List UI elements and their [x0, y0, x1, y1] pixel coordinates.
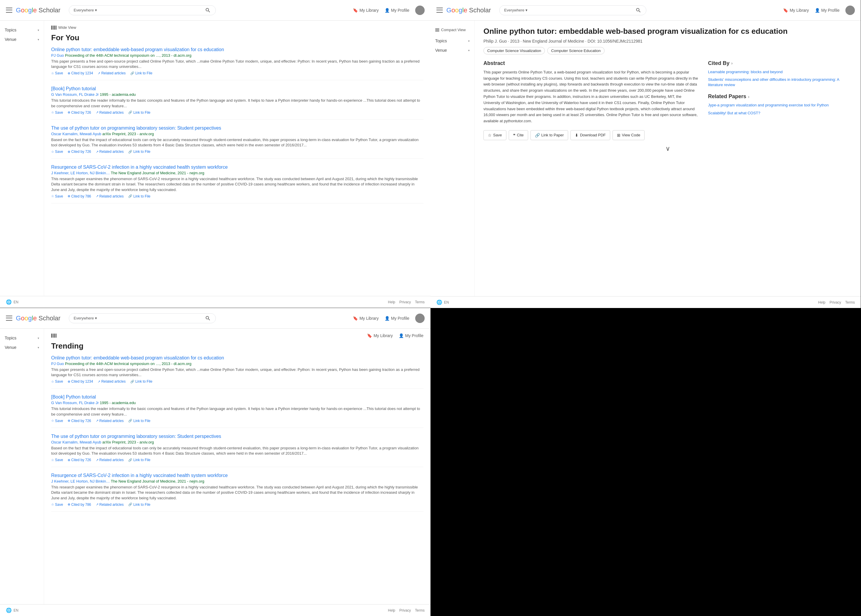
hamburger-menu[interactable]	[6, 7, 13, 14]
sidebar-item-venue[interactable]: Venue ▾	[3, 343, 41, 352]
search-input[interactable]	[99, 316, 203, 321]
terms-link[interactable]: Terms	[415, 608, 425, 613]
avatar[interactable]	[415, 6, 425, 15]
link-action[interactable]: 🔗Link to File	[128, 149, 150, 154]
expand-more-button[interactable]: ∨	[483, 145, 852, 152]
cited-by-action[interactable]: ⊕Cited by 1234	[68, 71, 93, 75]
save-action[interactable]: ☆Save	[51, 458, 63, 462]
save-action[interactable]: ☆Save	[51, 379, 63, 383]
cite-button[interactable]: ❝ Cite	[509, 130, 528, 140]
view-toggle[interactable]: Wide View	[51, 25, 76, 30]
sidebar-item-topics[interactable]: Topics ▾	[433, 36, 471, 46]
terms-link[interactable]: Terms	[845, 300, 855, 305]
search-input[interactable]	[530, 8, 633, 13]
cited-by-action[interactable]: ⊕Cited by 786	[68, 503, 91, 507]
privacy-link[interactable]: Privacy	[399, 608, 411, 613]
cited-link[interactable]: Students' misconceptions and other diffi…	[708, 77, 852, 88]
cited-by-action[interactable]: ⊕Cited by 786	[68, 194, 91, 198]
search-bar[interactable]: Everywhere ▾	[69, 5, 216, 15]
sidebar-item-venue[interactable]: Venue ▾	[433, 46, 471, 55]
link-to-paper-button[interactable]: 🔗 Link to Paper	[530, 130, 568, 140]
link-action[interactable]: 🔗Link to File	[128, 110, 150, 115]
save-action[interactable]: ☆Save	[51, 71, 63, 75]
link-action[interactable]: 🔗Link to File	[128, 419, 150, 423]
related-link[interactable]: Jype-a program visualization and program…	[708, 102, 852, 108]
related-action[interactable]: ↗Related articles	[96, 149, 124, 154]
link-action[interactable]: 🔗Link to File	[128, 194, 150, 198]
save-action[interactable]: ☆Save	[51, 110, 63, 115]
related-action[interactable]: ↗Related articles	[96, 110, 124, 115]
my-profile-link[interactable]: 👤 My Profile	[385, 8, 409, 13]
search-bar[interactable]: Everywhere ▾	[69, 313, 216, 323]
related-action[interactable]: ↗Related articles	[96, 194, 124, 198]
search-icon[interactable]	[636, 7, 641, 13]
download-pdf-button[interactable]: ⬇ Download PDF	[570, 130, 610, 140]
my-library-link[interactable]: 🔖 My Library	[353, 8, 378, 13]
cited-by-action[interactable]: ⊕Cited by 726	[68, 110, 91, 115]
footer-lang[interactable]: EN	[444, 300, 449, 305]
save-button[interactable]: ☆ Save	[483, 130, 506, 140]
related-papers-title[interactable]: Related Papers ›	[708, 93, 852, 100]
paper-title[interactable]: The use of python tutor on programming l…	[51, 434, 423, 439]
cited-by-action[interactable]: ⊕Cited by 726	[68, 458, 91, 462]
paper-title[interactable]: Online python tutor: embeddable web-base…	[51, 355, 423, 361]
avatar[interactable]	[415, 314, 425, 323]
compact-view-toggle[interactable]: Compact View	[433, 25, 471, 35]
hamburger-menu[interactable]	[436, 7, 443, 14]
cited-by-action[interactable]: ⊕Cited by 1234	[68, 379, 93, 383]
search-input[interactable]	[99, 8, 203, 13]
my-profile-link[interactable]: 👤 My Profile	[399, 333, 423, 338]
search-everywhere[interactable]: Everywhere ▾	[74, 316, 97, 321]
paper-title[interactable]: Resurgence of SARS-CoV-2 infection in a …	[51, 473, 423, 478]
my-library-link[interactable]: 🔖 My Library	[367, 333, 393, 338]
cited-by-action[interactable]: ⊕Cited by 726	[68, 419, 91, 423]
search-icon[interactable]	[205, 7, 211, 13]
save-action[interactable]: ☆Save	[51, 419, 63, 423]
search-bar[interactable]: Everywhere ▾	[499, 5, 646, 15]
detail-tag[interactable]: Computer Science Education	[547, 47, 604, 54]
my-library-link[interactable]: 🔖 My Library	[783, 8, 809, 13]
my-library-link[interactable]: 🔖 My Library	[353, 316, 378, 321]
logo[interactable]: Google Scholar	[446, 6, 491, 14]
related-action[interactable]: ↗Related articles	[96, 458, 124, 462]
footer-lang[interactable]: EN	[14, 300, 19, 304]
avatar[interactable]	[845, 6, 855, 15]
related-action[interactable]: ↗Related articles	[96, 503, 124, 507]
cited-link[interactable]: Learnable programming: blocks and beyond	[708, 69, 852, 75]
related-action[interactable]: ↗Related articles	[98, 379, 126, 383]
related-action[interactable]: ↗Related articles	[98, 71, 126, 75]
paper-title[interactable]: Resurgence of SARS-CoV-2 infection in a …	[51, 165, 423, 170]
search-everywhere[interactable]: Everywhere ▾	[504, 8, 527, 13]
cited-by-action[interactable]: ⊕Cited by 726	[68, 149, 91, 154]
related-link[interactable]: Scalability! But at what COST?	[708, 110, 852, 116]
help-link[interactable]: Help	[388, 300, 395, 304]
sidebar-item-venue[interactable]: Venue ▾	[3, 35, 41, 44]
save-action[interactable]: ☆Save	[51, 149, 63, 154]
logo[interactable]: Google Scholar	[16, 314, 61, 322]
footer-lang[interactable]: EN	[14, 608, 19, 613]
my-profile-link[interactable]: 👤 My Profile	[385, 316, 409, 321]
my-profile-link[interactable]: 👤 My Profile	[815, 8, 839, 13]
view-code-button[interactable]: ⊞ View Code	[612, 130, 645, 140]
link-action[interactable]: 🔗Link to File	[130, 71, 152, 75]
cited-by-title[interactable]: Cited By ›	[708, 60, 852, 66]
paper-title[interactable]: The use of python tutor on programming l…	[51, 126, 423, 131]
link-action[interactable]: 🔗Link to File	[130, 379, 152, 383]
privacy-link[interactable]: Privacy	[399, 300, 411, 304]
link-action[interactable]: 🔗Link to File	[128, 503, 150, 507]
paper-title[interactable]: Online python tutor: embeddable web-base…	[51, 47, 423, 52]
search-icon[interactable]	[205, 315, 211, 321]
logo[interactable]: Google Scholar	[16, 6, 61, 14]
paper-title[interactable]: [Book] Python tutorial	[51, 394, 423, 400]
help-link[interactable]: Help	[388, 608, 395, 613]
sidebar-item-topics[interactable]: Topics ▾	[3, 25, 41, 35]
privacy-link[interactable]: Privacy	[830, 300, 841, 305]
paper-title[interactable]: [Book] Python tutorial	[51, 86, 423, 91]
sidebar-item-topics[interactable]: Topics ▾	[3, 333, 41, 343]
save-action[interactable]: ☆Save	[51, 194, 63, 198]
related-action[interactable]: ↗Related articles	[96, 419, 124, 423]
save-action[interactable]: ☆Save	[51, 503, 63, 507]
search-everywhere[interactable]: Everywhere ▾	[74, 8, 97, 13]
abstract-title[interactable]: Abstract	[483, 60, 699, 66]
help-link[interactable]: Help	[818, 300, 825, 305]
